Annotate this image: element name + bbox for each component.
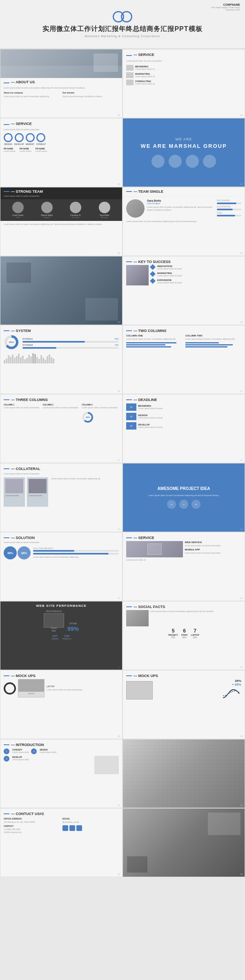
sol-sub: Lorem ipsum dolor sit amet consectetur	[4, 541, 119, 544]
serv2-d2: Lorem ipsum	[20, 150, 31, 153]
intro-slide: — INTRODUCTION 1 CONCEPT Lorem ipsum dol…	[0, 739, 122, 808]
awesome-circle-3: 03	[192, 500, 200, 509]
mock-pct-1: 35%	[155, 679, 241, 683]
intro-d3: Lorem ipsum dolor	[12, 758, 29, 761]
contact-phone: +1 (555) 000-0000	[4, 828, 60, 831]
intro-heading: — INTRODUCTION	[11, 743, 44, 747]
awesome-sub: Lorem ipsum dolor sit amet consectetur a…	[127, 494, 241, 497]
contact-title-1: OFFICE ADDRESS	[4, 817, 60, 820]
intro-icon-2: 2	[31, 748, 37, 754]
row-10: — MOCK UPS LAPTOP Lorem ipsum dolor sit …	[0, 670, 245, 739]
col2-text: Lorem ipsum dolor sit amet, consectetur …	[185, 338, 241, 341]
diamond-1	[150, 264, 156, 270]
slide-num-20: 20	[240, 735, 243, 737]
slide-num-2: 02	[240, 114, 243, 116]
dl-desc-3: Lorem ipsum dolor sit amet	[138, 426, 163, 429]
sol-pct-1: 48%	[7, 552, 13, 555]
team-heading: — STRONG TEAM	[11, 189, 43, 194]
progress-3	[217, 215, 241, 216]
col2-bar1	[185, 342, 219, 343]
logo	[113, 11, 132, 22]
perf-label-2: UPTIME	[67, 622, 79, 625]
coll-extra: Lorem ipsum dolor sit amet, consectetur …	[51, 477, 119, 480]
threecol-accent	[4, 399, 9, 400]
b3	[8, 355, 9, 363]
progress-2	[217, 209, 241, 210]
row-4: 07 — KEY TO SUCCESS INNOVATION Lorem ips…	[0, 256, 245, 325]
contact-title-2: CONTACT	[4, 825, 60, 827]
deadline-item-3: 03 DEVELOP Lorem ipsum dolor sit amet	[126, 422, 241, 430]
contact-heading: — CONTUCT US#2	[11, 812, 44, 816]
b14	[30, 356, 32, 363]
service-item-1: BRANDING Lorem ipsum dolor sit	[126, 65, 241, 71]
donut-chart: 65%	[4, 334, 19, 350]
about-text-1: About our company	[4, 91, 60, 94]
coll-card-1: Lorem ipsum dolor	[4, 477, 25, 507]
dl-num-1: 01	[130, 406, 133, 408]
coll-sub: Lorem ipsum dolor sit amet consectetur	[4, 472, 119, 475]
b2	[6, 359, 7, 363]
team-member-4: Sara Betts Manager	[99, 202, 110, 218]
row-5: — SYSTEM 65% SYSTEM A 65%	[0, 325, 245, 394]
keyboard-texture	[123, 739, 245, 808]
slide-num-4: 04	[240, 183, 243, 185]
sys-accent	[4, 330, 9, 331]
about-desc-2: Sed do eiusmod tempor incididunt ut labo…	[62, 95, 119, 98]
intro-accent	[4, 744, 9, 745]
logo-circle-2	[121, 11, 132, 22]
marshal-heading: WE ARE MARSHAL GROUP	[140, 143, 227, 149]
sys-pfill-2	[22, 347, 56, 349]
monitor-icon	[147, 543, 162, 555]
sol-prog-1	[33, 550, 119, 552]
key-accent	[126, 261, 132, 262]
mock-monitor	[18, 679, 45, 697]
col1-bar1	[126, 342, 176, 343]
tc1-text: Lorem ipsum dolor sit amet consectetur.	[4, 406, 41, 409]
sol-pfill-1	[33, 550, 74, 552]
city-skyline	[4, 353, 119, 363]
donut-percent: 65%	[9, 341, 14, 343]
key-desc-3: Lorem ipsum dolor sit amet	[157, 281, 182, 284]
company-date: December 2020	[211, 9, 240, 11]
title-slide: 实用微立体工作计划汇报年终总结商务汇报PPT模板 Business Market…	[0, 0, 245, 49]
about-us-sub: Lorem ipsum dolor sit amet, consectetur …	[4, 87, 119, 89]
slide-num-8: 08	[240, 321, 243, 323]
stat-sub-2: 60%	[181, 636, 188, 639]
perf-title: WEB SITE PERFORMANCE	[4, 604, 119, 608]
contact-title-3: SOCIAL	[62, 817, 119, 820]
awesome-slide: AWESOME PROJECT IDEA Lorem ipsum dolor s…	[122, 463, 245, 532]
b13	[28, 355, 30, 363]
b7	[16, 356, 18, 363]
deadline-accent	[126, 399, 132, 400]
intro-icon-3: 3	[4, 756, 9, 762]
b15	[32, 353, 34, 363]
diamond-2	[150, 271, 156, 277]
sys-heading: — SYSTEM	[11, 329, 31, 333]
contact-accent	[4, 813, 9, 814]
dl-desc-1: Lorem ipsum dolor sit amet	[138, 407, 163, 410]
stat-num-1: 247	[51, 634, 58, 638]
col2-bar3	[185, 346, 227, 347]
progress-fill-1	[217, 203, 236, 204]
marshal-circle-2	[169, 155, 182, 168]
slide-num-22: 22	[240, 804, 243, 806]
b4	[10, 357, 11, 363]
laptop-shape	[85, 298, 118, 321]
key-heading: — KEY TO SUCCESS	[134, 260, 171, 264]
serv-circ-label-2: DEVELOP	[14, 143, 24, 145]
team-single-slide: — TEAM SINGLE Sara Betts Lead Designer L…	[122, 187, 245, 256]
mock1-heading: — MOCK UPS	[11, 674, 36, 678]
service-1-heading: — SERVICE	[134, 53, 154, 57]
dl-desc-2: Lorem ipsum dolor sit amet	[138, 416, 163, 419]
intro-icon-1: 1	[4, 748, 9, 754]
contact-email: info@company.com	[4, 831, 60, 834]
blue-accent-2	[126, 55, 132, 56]
serv-circle-2	[15, 133, 24, 142]
serv3-sub: Lorem ipsum dolor sit	[126, 559, 183, 561]
skill-label-3: CSS3	[217, 212, 241, 214]
service-item-3: CONSULTING Lorem ipsum dolor sit	[126, 80, 241, 85]
progress-fill-2	[217, 209, 233, 210]
slide-num-18: 18	[240, 666, 243, 668]
web-perf-slide: WEB SITE PERFORMANCE PERFORMANCE 85% UPT…	[0, 601, 122, 670]
slide-num-5: 05	[118, 252, 120, 254]
